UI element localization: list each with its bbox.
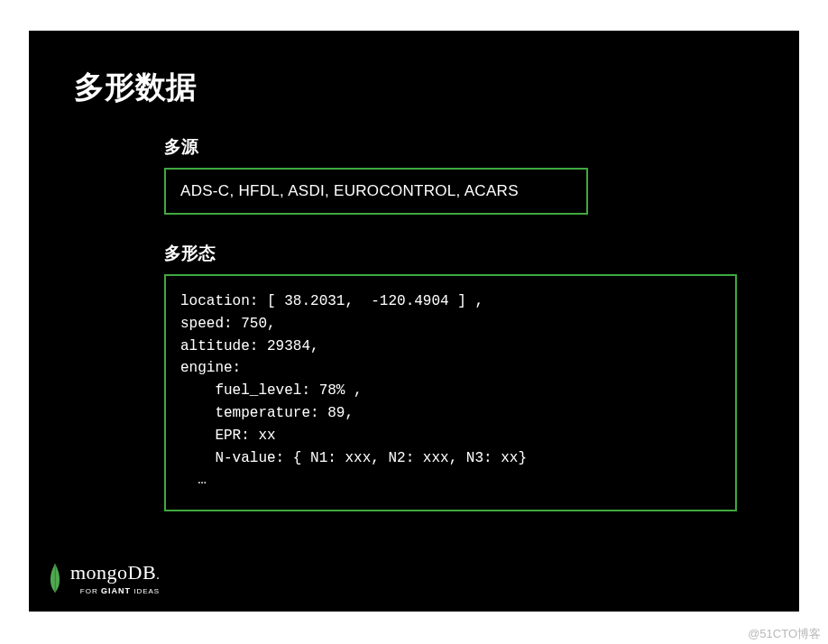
code-line: altitude: 29384, xyxy=(180,336,721,358)
code-line: speed: 750, xyxy=(180,313,721,336)
code-line: EPR: xx xyxy=(180,425,721,447)
section2-label: 多形态 xyxy=(164,242,754,265)
mongodb-logo: mongoDB. FOR GIANT IDEAS xyxy=(47,561,160,595)
slide: 多形数据 多源 ADS-C, HFDL, ASDI, EUROCONTROL, … xyxy=(29,31,799,612)
leaf-icon xyxy=(47,562,63,594)
slide-title: 多形数据 xyxy=(74,67,754,108)
code-line: N-value: { N1: xxx, N2: xxx, N3: xx} xyxy=(180,447,721,470)
code-line: engine: xyxy=(180,357,721,380)
section1-label: 多源 xyxy=(164,135,754,159)
code-line: … xyxy=(180,469,721,492)
code-line: temperature: 89, xyxy=(180,402,721,425)
sources-box: ADS-C, HFDL, ASDI, EUROCONTROL, ACARS xyxy=(164,168,588,215)
logo-text: mongoDB. FOR GIANT IDEAS xyxy=(70,561,160,595)
code-line: fuel_level: 78% , xyxy=(180,380,721,402)
code-line: location: [ 38.2031, -120.4904 ] , xyxy=(180,290,721,313)
code-box: location: [ 38.2031, -120.4904 ] , speed… xyxy=(164,274,737,511)
sources-text: ADS-C, HFDL, ASDI, EUROCONTROL, ACARS xyxy=(180,182,572,200)
watermark: @51CTO博客 xyxy=(748,626,821,642)
logo-tagline: FOR GIANT IDEAS xyxy=(70,586,160,595)
logo-name: mongoDB. xyxy=(70,561,160,584)
